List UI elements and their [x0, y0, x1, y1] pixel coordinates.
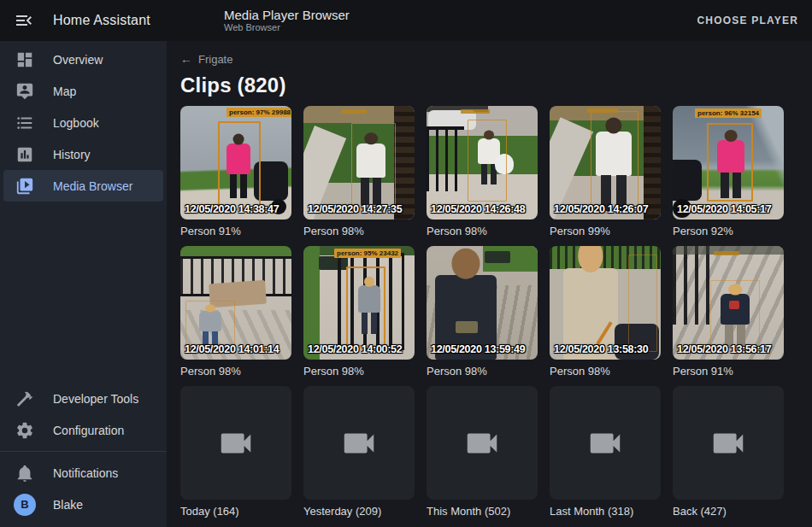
back-arrow-icon: ←	[180, 54, 192, 65]
clip-thumbnail[interactable]: person: 96% 32154 12/05/2020 14:05:17	[673, 106, 784, 220]
folder-tile-today[interactable]: Today (164)	[180, 386, 291, 518]
clip-tile[interactable]: person: 97% 29988 12/05/2020 14:38:47 Pe…	[180, 106, 291, 238]
clip-thumbnail[interactable]: 12/05/2020 14:26:07	[550, 106, 661, 220]
sidebar-item-label: Developer Tools	[53, 392, 138, 406]
sidebar-item-user[interactable]: B Blake	[0, 489, 167, 520]
video-icon	[585, 424, 625, 463]
clip-tile[interactable]: 12/05/2020 14:26:07 Person 99%	[550, 106, 661, 238]
user-avatar: B	[14, 494, 36, 516]
clip-timestamp: 12/05/2020 14:26:07	[554, 203, 648, 215]
sidebar-item-configuration[interactable]: Configuration	[0, 414, 167, 446]
media-browser-content: ← Frigate Clips (820) person: 97% 29988 …	[167, 41, 812, 527]
clip-caption: Person 92%	[673, 225, 784, 238]
clip-timestamp: 12/05/2020 14:26:48	[431, 203, 525, 215]
clip-caption: Person 99%	[550, 225, 661, 238]
play-box-multiple-icon	[15, 177, 34, 196]
folder-thumbnail[interactable]	[180, 386, 291, 500]
tooltip-account-icon	[15, 82, 34, 101]
chart-box-icon	[15, 145, 34, 164]
clip-caption: Person 98%	[427, 365, 538, 378]
folder-thumbnail[interactable]	[427, 386, 538, 500]
sidebar-item-label: Notifications	[53, 466, 118, 480]
detection-label: person: 95% 23432	[334, 249, 401, 258]
breadcrumb-back[interactable]: ← Frigate	[180, 53, 232, 66]
clip-timestamp: 12/05/2020 14:01:14	[185, 343, 279, 355]
cog-icon	[15, 421, 34, 440]
page-title: Clips (820)	[180, 73, 798, 97]
clip-timestamp: 12/05/2020 14:38:47	[185, 203, 279, 215]
video-icon	[462, 424, 502, 463]
folder-label: Yesterday (209)	[303, 505, 415, 518]
clip-tile[interactable]: 12/05/2020 13:56:17 Person 91%	[673, 246, 784, 378]
clip-thumbnail[interactable]: 12/05/2020 14:01:14	[180, 246, 291, 360]
clip-tile[interactable]: 12/05/2020 14:01:14 Person 98%	[180, 246, 291, 378]
clip-thumbnail[interactable]: person: 97% 29988 12/05/2020 14:38:47	[180, 106, 291, 220]
clip-timestamp: 12/05/2020 13:59:49	[431, 343, 525, 355]
clip-thumbnail[interactable]: 12/05/2020 13:59:49	[427, 246, 538, 360]
folder-tile-back[interactable]: Back (427)	[673, 386, 784, 518]
clip-tile[interactable]: person: 95% 23432 12/05/2020 14:00:52 Pe…	[303, 246, 415, 378]
folder-label: Back (427)	[673, 505, 784, 518]
sidebar-item-overview[interactable]: Overview	[0, 44, 167, 75]
clip-timestamp: 12/05/2020 13:56:17	[677, 343, 771, 355]
sidebar-item-label: Overview	[53, 53, 103, 67]
clip-thumbnail[interactable]: 12/05/2020 13:56:17	[673, 246, 784, 360]
app-header: Home Assistant Media Player Browser Web …	[0, 0, 812, 41]
sidebar-item-developer-tools[interactable]: Developer Tools	[0, 383, 167, 414]
clip-tile[interactable]: 12/05/2020 13:58:30 Person 98%	[550, 246, 661, 378]
folder-label: Today (164)	[180, 505, 291, 518]
clip-thumbnail[interactable]: 12/05/2020 14:26:48	[427, 106, 538, 220]
detection-label: person: 97% 29988	[227, 108, 291, 117]
clip-timestamp: 12/05/2020 14:27:35	[308, 203, 402, 215]
video-icon	[709, 424, 748, 463]
choose-player-button[interactable]: CHOOSE PLAYER	[697, 15, 798, 26]
menu-open-icon[interactable]	[14, 10, 34, 31]
clip-thumbnail[interactable]: 12/05/2020 13:58:30	[550, 246, 661, 360]
sidebar-item-media-browser[interactable]: Media Browser	[3, 170, 163, 202]
clip-caption: Person 98%	[550, 365, 661, 378]
clip-timestamp: 12/05/2020 14:00:52	[308, 343, 402, 355]
clip-timestamp: 12/05/2020 14:05:17	[677, 203, 771, 215]
detection-label: person: 96% 32154	[695, 108, 762, 118]
bell-icon	[15, 464, 34, 483]
folder-thumbnail[interactable]	[673, 386, 784, 500]
sidebar-item-label: Media Browser	[53, 179, 132, 193]
clip-tile[interactable]: 12/05/2020 14:27:35 Person 98%	[303, 106, 415, 238]
clip-caption: Person 98%	[427, 225, 538, 238]
folder-thumbnail[interactable]	[303, 386, 415, 500]
folder-label: Last Month (318)	[550, 505, 661, 518]
sidebar-item-map[interactable]: Map	[0, 75, 167, 107]
folder-tile-last-month[interactable]: Last Month (318)	[550, 386, 661, 518]
sidebar-item-label: Map	[53, 85, 76, 98]
folder-tile-this-month[interactable]: This Month (502)	[427, 386, 538, 518]
folder-thumbnail[interactable]	[550, 386, 661, 500]
clip-timestamp: 12/05/2020 13:58:30	[554, 343, 648, 355]
sidebar-divider	[0, 451, 167, 452]
sidebar-item-history[interactable]: History	[0, 138, 167, 170]
screen-subtitle: Web Browser	[224, 22, 350, 33]
video-icon	[339, 424, 379, 463]
home-assistant-window: Home Assistant Media Player Browser Web …	[0, 0, 812, 527]
sidebar-item-label: History	[53, 148, 91, 161]
screen-title-text: Media Player Browser	[224, 8, 350, 22]
view-dashboard-icon	[15, 50, 34, 69]
folder-label: This Month (502)	[427, 505, 538, 518]
clips-grid: person: 97% 29988 12/05/2020 14:38:47 Pe…	[180, 106, 798, 518]
clip-caption: Person 91%	[180, 225, 291, 238]
folder-tile-yesterday[interactable]: Yesterday (209)	[303, 386, 415, 518]
sidebar-item-logbook[interactable]: Logbook	[0, 107, 167, 138]
clip-tile[interactable]: 12/05/2020 13:59:49 Person 98%	[427, 246, 538, 378]
video-icon	[216, 424, 256, 463]
clip-thumbnail[interactable]: 12/05/2020 14:27:35	[303, 106, 415, 220]
sidebar-spacer	[0, 202, 167, 383]
clip-tile[interactable]: 12/05/2020 14:26:48 Person 98%	[427, 106, 538, 238]
sidebar-item-notifications[interactable]: Notifications	[0, 457, 167, 489]
user-name: Blake	[53, 498, 83, 512]
sidebar: Overview Map Logbook History	[0, 41, 167, 527]
clip-caption: Person 91%	[673, 365, 784, 378]
clip-tile[interactable]: person: 96% 32154 12/05/2020 14:05:17 Pe…	[673, 106, 784, 238]
sidebar-item-label: Logbook	[53, 116, 99, 130]
clip-caption: Person 98%	[303, 365, 415, 378]
clip-thumbnail[interactable]: person: 95% 23432 12/05/2020 14:00:52	[303, 246, 415, 360]
clip-caption: Person 98%	[180, 365, 291, 378]
